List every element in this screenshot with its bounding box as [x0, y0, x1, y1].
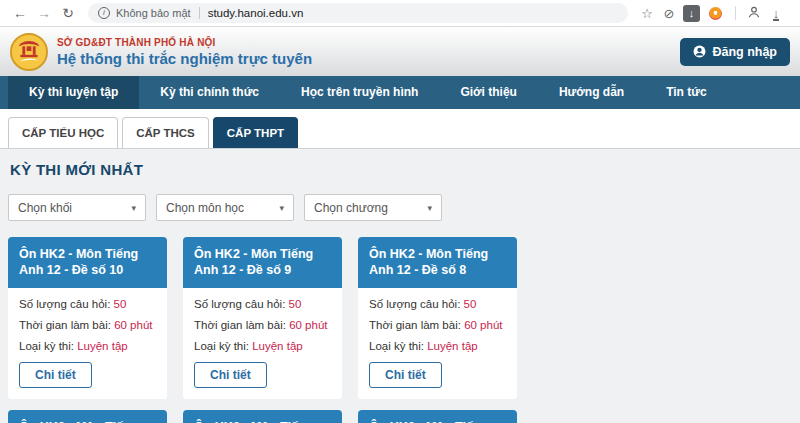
exam-card: Ôn HK2 - Môn Tiếng Anh 12 - Đề số 9 Số l…: [183, 237, 342, 399]
level-tabs: CẤP TIỂU HỌC CẤP THCS CẤP THPT: [0, 109, 800, 149]
exam-card-title: Ôn HK2 - Môn Tiếng Anh 12 - Đề số 9: [183, 237, 342, 288]
tab-cap-thpt[interactable]: CẤP THPT: [213, 117, 298, 148]
exam-duration: Thời gian làm bài: 60 phút: [19, 319, 156, 331]
detail-button[interactable]: Chi tiết: [194, 362, 267, 388]
section-title: KỲ THI MỚI NHẤT: [10, 161, 792, 178]
exam-questions: Số lượng câu hỏi: 50: [369, 298, 506, 310]
exam-questions: Số lượng câu hỏi: 50: [194, 298, 331, 310]
exam-card-title: Ôn HK2 - Môn Tiếng Anh 12 - Đề số 7: [8, 410, 167, 423]
back-icon[interactable]: ←: [8, 5, 32, 21]
download-active-icon[interactable]: ↓: [683, 5, 700, 22]
site-header: SỞ GD&ĐT THÀNH PHỐ HÀ NỘI Hệ thống thi t…: [0, 27, 800, 76]
exam-card-title: Ôn HK2 - Môn Tiếng Anh 12 - Đề số 6: [183, 410, 342, 423]
select-chon-chuong[interactable]: Chọn chương ▾: [304, 194, 442, 221]
exam-card: Ôn HK2 - Môn Tiếng Anh 12 - Đề số 10 Số …: [8, 237, 167, 399]
select-chon-khoi[interactable]: Chọn khối ▾: [8, 194, 146, 221]
downloads-icon[interactable]: ↓: [765, 6, 787, 21]
main-content: KỲ THI MỚI NHẤT Chọn khối ▾ Chọn môn học…: [0, 149, 800, 423]
nav-item-ky-thi-chinh-thuc[interactable]: Kỳ thi chính thức: [139, 76, 280, 109]
exam-card-title: Ôn HK2 - Môn Tiếng Anh 12 - Đề số 5: [358, 410, 517, 423]
filter-row: Chọn khối ▾ Chọn môn học ▾ Chọn chương ▾: [8, 194, 792, 221]
detail-button[interactable]: Chi tiết: [369, 362, 442, 388]
detail-button[interactable]: Chi tiết: [19, 362, 92, 388]
browser-toolbar: ← → ↻ i Không bảo mật study.hanoi.edu.vn…: [0, 0, 800, 27]
login-label: Đăng nhập: [712, 45, 777, 59]
exam-duration: Thời gian làm bài: 60 phút: [369, 319, 506, 331]
nav-item-ky-thi-luyen-tap[interactable]: Kỳ thi luyện tập: [8, 76, 139, 109]
main-navigation: Kỳ thi luyện tập Kỳ thi chính thức Học t…: [0, 76, 800, 109]
url-divider: [199, 7, 200, 19]
exam-type: Loại kỳ thi: Luyện tập: [19, 340, 156, 352]
site-title: Hệ thống thi trắc nghiệm trực tuyến: [57, 50, 312, 67]
exam-card: Ôn HK2 - Môn Tiếng Anh 12 - Đề số 5: [358, 410, 517, 423]
info-icon[interactable]: i: [98, 7, 110, 19]
dropdown-arrow-icon: ▾: [427, 203, 432, 213]
exam-card: Ôn HK2 - Môn Tiếng Anh 12 - Đề số 8 Số l…: [358, 237, 517, 399]
block-icon[interactable]: ⊘: [658, 6, 680, 21]
user-icon: [693, 45, 706, 58]
bookmark-star-icon[interactable]: ☆: [636, 6, 658, 21]
org-name: SỞ GD&ĐT THÀNH PHỐ HÀ NỘI: [57, 37, 312, 48]
site-identity: SỞ GD&ĐT THÀNH PHỐ HÀ NỘI Hệ thống thi t…: [57, 37, 312, 67]
forward-icon[interactable]: →: [32, 5, 56, 21]
select-label: Chọn môn học: [166, 201, 244, 215]
login-button[interactable]: Đăng nhập: [680, 38, 790, 66]
tab-cap-tieu-hoc[interactable]: CẤP TIỂU HỌC: [8, 117, 118, 148]
extension-icon[interactable]: [709, 7, 722, 20]
site-logo: [10, 33, 48, 71]
exam-type: Loại kỳ thi: Luyện tập: [369, 340, 506, 352]
exam-card-grid: Ôn HK2 - Môn Tiếng Anh 12 - Đề số 10 Số …: [8, 237, 792, 423]
reload-icon[interactable]: ↻: [56, 5, 80, 21]
exam-card-title: Ôn HK2 - Môn Tiếng Anh 12 - Đề số 10: [8, 237, 167, 288]
select-label: Chọn chương: [314, 201, 388, 215]
nav-item-tin-tuc[interactable]: Tin tức: [645, 76, 727, 109]
dropdown-arrow-icon: ▾: [279, 203, 284, 213]
exam-questions: Số lượng câu hỏi: 50: [19, 298, 156, 310]
dropdown-arrow-icon: ▾: [131, 203, 136, 213]
nav-item-huong-dan[interactable]: Hướng dẫn: [538, 76, 645, 109]
tab-cap-thcs[interactable]: CẤP THCS: [122, 117, 209, 148]
select-label: Chọn khối: [18, 201, 72, 215]
toolbar-divider: [735, 6, 736, 20]
nav-item-hoc-tren-truyen-hinh[interactable]: Học trên truyền hình: [280, 76, 439, 109]
exam-card-body: Số lượng câu hỏi: 50 Thời gian làm bài: …: [183, 288, 342, 399]
exam-card: Ôn HK2 - Môn Tiếng Anh 12 - Đề số 7: [8, 410, 167, 423]
exam-card-title: Ôn HK2 - Môn Tiếng Anh 12 - Đề số 8: [358, 237, 517, 288]
select-chon-mon-hoc[interactable]: Chọn môn học ▾: [156, 194, 294, 221]
exam-type: Loại kỳ thi: Luyện tập: [194, 340, 331, 352]
url-text: study.hanoi.edu.vn: [208, 7, 304, 19]
security-label: Không bảo mật: [116, 7, 191, 19]
exam-card-body: Số lượng câu hỏi: 50 Thời gian làm bài: …: [358, 288, 517, 399]
url-bar[interactable]: i Không bảo mật study.hanoi.edu.vn: [88, 3, 628, 23]
nav-item-gioi-thieu[interactable]: Giới thiệu: [439, 76, 538, 109]
profile-icon[interactable]: [743, 5, 765, 22]
exam-duration: Thời gian làm bài: 60 phút: [194, 319, 331, 331]
exam-card-body: Số lượng câu hỏi: 50 Thời gian làm bài: …: [8, 288, 167, 399]
exam-card: Ôn HK2 - Môn Tiếng Anh 12 - Đề số 6: [183, 410, 342, 423]
